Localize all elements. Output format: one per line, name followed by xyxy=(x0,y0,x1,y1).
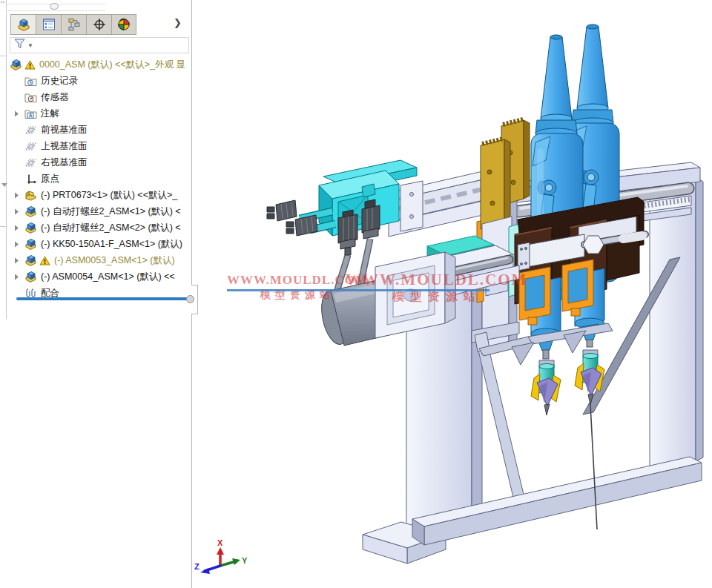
filter-dropdown-arrow[interactable]: ▼ xyxy=(27,42,33,49)
sensors-icon xyxy=(24,92,38,103)
part-icon xyxy=(24,189,38,201)
triad-y-label: Y xyxy=(242,556,248,565)
solidworks-window: X Y Z WWW.MOULDL.COM模型资源站WWW.MOULDL.COM模… xyxy=(0,0,712,588)
assembly-icon xyxy=(24,254,38,266)
plane-icon xyxy=(24,141,38,152)
plane-icon xyxy=(24,125,38,136)
tree-item[interactable]: (-) 自动打螺丝2_ASM<2> (默认) < xyxy=(7,219,191,236)
configurationmanager-icon xyxy=(67,18,81,31)
filter-funnel-icon[interactable] xyxy=(13,38,26,53)
tree-item-label: (-) 自动打螺丝2_ASM<1> (默认) < xyxy=(41,205,181,218)
panel-splitter-handle[interactable] xyxy=(50,3,59,10)
featuremanager-panel: ❯ ▼ 0000_ASM (默认) <<默认>_外观 显历史记录传感器A注解前视… xyxy=(7,0,192,588)
tree-item-label: 0000_ASM (默认) <<默认>_外观 显 xyxy=(39,59,185,71)
gutter-collapse-arrow[interactable] xyxy=(1,183,7,187)
orientation-triad: X Y Z xyxy=(194,538,248,574)
rollback-bar-handle[interactable] xyxy=(186,295,194,303)
tree-item[interactable]: 历史记录 xyxy=(7,73,191,89)
more-tabs-chevron[interactable]: ❯ xyxy=(174,17,182,28)
gutter-tick xyxy=(0,56,6,56)
gutter-grip xyxy=(1,1,2,3)
tab-dimxpert[interactable] xyxy=(86,14,111,35)
propertymanager-icon xyxy=(42,18,56,31)
gutter-grip xyxy=(3,1,4,3)
warning-icon xyxy=(38,256,51,265)
expand-arrow[interactable] xyxy=(9,110,24,117)
plane-icon xyxy=(24,157,38,168)
tree-item-label: (-) PRT0673<1> (默认) <<默认>_ xyxy=(41,189,177,202)
triad-x-label: X xyxy=(217,538,223,547)
tree-item-label: (-) KK50-150A1-F_ASM<1> (默认) xyxy=(41,238,182,251)
origin-icon xyxy=(24,174,38,185)
tree-item-label: (-) ASM0053_ASM<1> (默认) xyxy=(54,254,175,267)
tree-item[interactable]: 上视基准面 xyxy=(7,138,191,154)
warning-icon xyxy=(23,60,36,70)
displaymanager-icon xyxy=(117,18,131,31)
dimxpert-icon xyxy=(93,18,106,31)
model-gripper-head[interactable] xyxy=(300,160,423,236)
tree-item[interactable]: 传感器 xyxy=(7,89,191,105)
tree-item[interactable]: 右视基准面 xyxy=(7,154,191,171)
assembly-icon xyxy=(9,59,23,70)
tree-item[interactable]: (-) ASM0053_ASM<1> (默认) xyxy=(7,252,191,268)
tree-item-label: 历史记录 xyxy=(41,75,78,87)
panel-top-line xyxy=(7,10,105,11)
tree-item[interactable]: (-) ASM0054_ASM<1> (默认) << xyxy=(7,268,191,285)
tree-item[interactable]: 前视基准面 xyxy=(7,122,191,138)
feature-tree: 0000_ASM (默认) <<默认>_外观 显历史记录传感器A注解前视基准面上… xyxy=(7,56,191,301)
tree-item-label: 上视基准面 xyxy=(41,140,88,153)
gutter-tick xyxy=(0,226,6,227)
tree-item-label: (-) 自动打螺丝2_ASM<2> (默认) < xyxy=(41,222,181,234)
expand-arrow[interactable] xyxy=(9,241,24,248)
expand-arrow[interactable] xyxy=(9,192,24,199)
tab-displaymanager[interactable] xyxy=(111,14,136,35)
tree-item-label: 前视基准面 xyxy=(41,124,88,136)
svg-text:A: A xyxy=(29,113,33,118)
history-icon xyxy=(24,76,38,87)
rollback-bar[interactable] xyxy=(16,297,193,300)
assembly-icon xyxy=(24,222,38,234)
expand-arrow[interactable] xyxy=(9,225,24,231)
tree-item[interactable]: (-) KK50-150A1-F_ASM<1> (默认) xyxy=(7,236,191,252)
model-claw-left[interactable] xyxy=(531,364,561,416)
tree-item-label: 右视基准面 xyxy=(41,156,88,169)
tree-item-label: 传感器 xyxy=(41,91,69,104)
featuremanager-tab-bar xyxy=(10,14,136,35)
tree-filter-row[interactable]: ▼ xyxy=(10,37,189,53)
tree-item-label: 注解 xyxy=(41,108,59,120)
expand-arrow[interactable] xyxy=(9,208,24,215)
assembly-icon xyxy=(24,205,38,217)
tab-propertymanager[interactable] xyxy=(36,14,61,35)
tab-configurationmanager[interactable] xyxy=(61,14,86,35)
triad-z-label: Z xyxy=(194,562,200,571)
assembly-icon xyxy=(24,271,38,283)
featuremanager-icon xyxy=(16,18,31,31)
annotations-icon: A xyxy=(24,108,38,119)
tree-item[interactable]: (-) PRT0673<1> (默认) <<默认>_ xyxy=(7,187,191,203)
tree-item-label: (-) ASM0054_ASM<1> (默认) << xyxy=(41,271,175,283)
assembly-icon xyxy=(24,238,38,250)
watermark-underline xyxy=(227,289,490,291)
tree-item[interactable]: 原点 xyxy=(7,171,191,187)
tree-item[interactable]: 0000_ASM (默认) <<默认>_外观 显 xyxy=(7,56,191,73)
gutter-line xyxy=(6,0,7,319)
tree-item[interactable]: (-) 自动打螺丝2_ASM<1> (默认) < xyxy=(7,203,191,219)
expand-arrow[interactable] xyxy=(9,257,24,264)
tree-item[interactable]: A注解 xyxy=(7,105,191,122)
tree-item-label: 原点 xyxy=(41,173,59,185)
tab-featuremanager[interactable] xyxy=(10,14,36,35)
expand-arrow[interactable] xyxy=(9,274,24,280)
